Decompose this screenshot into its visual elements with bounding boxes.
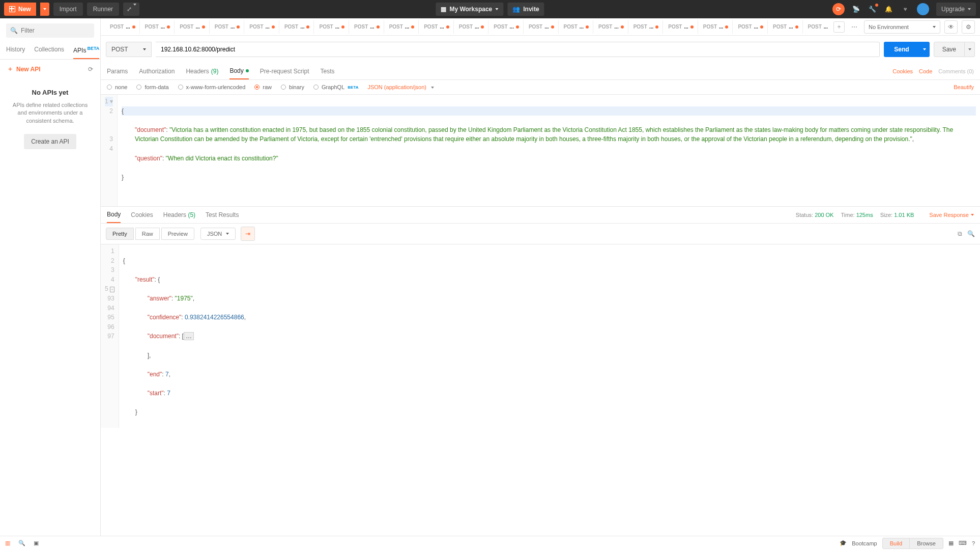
console-icon[interactable]: ▣ bbox=[34, 540, 39, 546]
browse-toggle[interactable]: Browse bbox=[909, 538, 943, 549]
code-link[interactable]: Code bbox=[919, 68, 932, 74]
request-tab[interactable]: POST... bbox=[455, 20, 489, 34]
fold-icon[interactable]: + bbox=[110, 287, 114, 292]
tab-collections[interactable]: Collections bbox=[34, 41, 64, 59]
request-tab[interactable]: POST... bbox=[315, 20, 349, 34]
refresh-icon[interactable]: ⟳ bbox=[88, 66, 93, 73]
body-type-graphql[interactable]: GraphQLBETA bbox=[313, 84, 358, 90]
fold-ellipsis[interactable]: … bbox=[184, 332, 194, 340]
request-tab[interactable]: POST... bbox=[489, 20, 524, 34]
beautify-button[interactable]: Beautify bbox=[954, 84, 974, 90]
body-type-raw[interactable]: raw bbox=[254, 84, 272, 90]
upgrade-button[interactable]: Upgrade bbox=[936, 3, 976, 16]
tab-apis[interactable]: APIsBETA bbox=[73, 41, 99, 59]
subtab-headers[interactable]: Headers (9) bbox=[186, 64, 218, 79]
new-api-button[interactable]: ＋ New API bbox=[7, 65, 41, 73]
request-tab[interactable]: POST... bbox=[280, 20, 314, 34]
settings-button[interactable]: ⚙ bbox=[962, 20, 975, 34]
new-button[interactable]: New bbox=[4, 3, 36, 16]
view-preview[interactable]: Preview bbox=[161, 228, 194, 240]
url-input[interactable] bbox=[156, 42, 880, 57]
request-tab[interactable]: POST... bbox=[211, 20, 245, 34]
invite-button[interactable]: 👥 Invite bbox=[507, 3, 544, 16]
add-tab-button[interactable]: ＋ bbox=[833, 21, 845, 33]
workspace-switcher[interactable]: ▦ My Workspace bbox=[436, 3, 503, 16]
sidebar-toggle-icon[interactable]: ▥ bbox=[5, 540, 10, 546]
new-button-dropdown[interactable] bbox=[40, 3, 49, 16]
sync-icon[interactable]: ⟳ bbox=[832, 3, 845, 15]
create-api-button[interactable]: Create an API bbox=[24, 134, 76, 149]
response-format-select[interactable]: JSON bbox=[200, 228, 236, 240]
heart-icon[interactable]: ♥ bbox=[901, 5, 910, 14]
subtab-body[interactable]: Body bbox=[229, 63, 248, 79]
satellite-icon[interactable]: 📡 bbox=[852, 5, 861, 14]
request-tab[interactable]: POST... bbox=[420, 20, 454, 34]
body-type-none[interactable]: none bbox=[107, 84, 127, 90]
send-button-dropdown[interactable] bbox=[919, 42, 930, 57]
cookies-link[interactable]: Cookies bbox=[892, 68, 913, 74]
editor-code[interactable]: { "document": "Victoria has a written co… bbox=[118, 95, 980, 206]
help-icon[interactable]: ? bbox=[972, 540, 975, 546]
editor-code[interactable]: { "result": { "answer": "1975", "confide… bbox=[119, 244, 980, 428]
user-avatar[interactable] bbox=[917, 3, 929, 15]
method-select[interactable]: POST bbox=[106, 42, 152, 57]
response-meta: Status: 200 OK Time: 125ms Size: 1.01 KB… bbox=[796, 212, 974, 218]
filter-input-wrap[interactable]: 🔍 bbox=[6, 23, 94, 38]
response-tab-tests[interactable]: Test Results bbox=[206, 207, 239, 223]
response-tab-body[interactable]: Body bbox=[107, 207, 121, 223]
request-tab[interactable]: POST... bbox=[560, 20, 594, 34]
request-tab[interactable]: POST... bbox=[699, 20, 733, 34]
env-quicklook-button[interactable]: 👁 bbox=[944, 20, 958, 34]
bootcamp-link[interactable]: Bootcamp bbox=[852, 540, 877, 546]
view-raw[interactable]: Raw bbox=[135, 228, 160, 240]
body-type-xwww[interactable]: x-www-form-urlencoded bbox=[178, 84, 246, 90]
tab-history[interactable]: History bbox=[6, 41, 25, 59]
filter-input[interactable] bbox=[21, 27, 97, 34]
comments-link[interactable]: Comments (0) bbox=[938, 68, 974, 74]
raw-content-type[interactable]: JSON (application/json) bbox=[367, 84, 434, 90]
tab-overflow-button[interactable]: ⋯ bbox=[849, 21, 860, 33]
capture-button[interactable]: ⤢ bbox=[123, 3, 139, 16]
two-pane-icon[interactable]: ▦ bbox=[948, 540, 954, 546]
subtab-params[interactable]: Params bbox=[107, 64, 128, 79]
request-tab[interactable]: POST... bbox=[664, 20, 698, 34]
request-tab[interactable]: POST... bbox=[141, 20, 175, 34]
subtab-prerequest[interactable]: Pre-request Script bbox=[260, 64, 309, 79]
copy-icon[interactable]: ⧉ bbox=[958, 230, 962, 237]
subtab-tests[interactable]: Tests bbox=[320, 64, 334, 79]
request-tab[interactable]: POST... bbox=[594, 20, 628, 34]
build-toggle[interactable]: Build bbox=[882, 538, 910, 549]
request-tab[interactable]: POST... bbox=[804, 20, 829, 34]
save-response-button[interactable]: Save Response bbox=[929, 212, 974, 218]
request-tab[interactable]: POST... bbox=[734, 20, 768, 34]
environment-select[interactable]: No Environment bbox=[864, 20, 940, 34]
request-tab[interactable]: POST... bbox=[350, 20, 384, 34]
request-body-editor[interactable]: 1 ▾2 34 { "document": "Victoria has a wr… bbox=[101, 95, 980, 207]
bell-icon[interactable]: 🔔 bbox=[884, 5, 893, 14]
subtab-authorization[interactable]: Authorization bbox=[139, 64, 175, 79]
request-tab[interactable]: POST... bbox=[629, 20, 664, 34]
import-button[interactable]: Import bbox=[53, 3, 83, 16]
view-pretty[interactable]: Pretty bbox=[106, 228, 134, 240]
request-tab[interactable]: POST... bbox=[106, 20, 140, 34]
request-tab[interactable]: POST... bbox=[525, 20, 559, 34]
body-type-binary[interactable]: binary bbox=[281, 84, 304, 90]
save-button[interactable]: Save bbox=[934, 42, 965, 57]
wrench-icon[interactable]: 🔧 bbox=[868, 5, 877, 14]
request-tab[interactable]: POST... bbox=[176, 20, 210, 34]
search-icon[interactable]: 🔍 bbox=[967, 230, 975, 237]
response-tab-cookies[interactable]: Cookies bbox=[131, 207, 153, 223]
response-tab-headers[interactable]: Headers (5) bbox=[163, 207, 195, 223]
find-icon[interactable]: 🔍 bbox=[18, 540, 25, 546]
keyboard-icon[interactable]: ⌨ bbox=[959, 540, 967, 546]
save-button-dropdown[interactable] bbox=[965, 42, 975, 57]
request-tab[interactable]: POST... bbox=[245, 20, 279, 34]
request-tab[interactable]: POST... bbox=[385, 20, 419, 34]
response-body-editor[interactable]: 1 2 3 4 5 + 93 94 95 96 97 { "result": {… bbox=[101, 244, 980, 428]
wrap-lines-button[interactable]: ⇥ bbox=[241, 227, 255, 241]
body-type-formdata[interactable]: form-data bbox=[136, 84, 168, 90]
runner-button[interactable]: Runner bbox=[87, 3, 119, 16]
request-tabs-scroll[interactable]: POST...POST...POST...POST...POST...POST.… bbox=[106, 20, 829, 34]
request-tab[interactable]: POST... bbox=[769, 20, 803, 34]
send-button[interactable]: Send bbox=[884, 42, 919, 57]
